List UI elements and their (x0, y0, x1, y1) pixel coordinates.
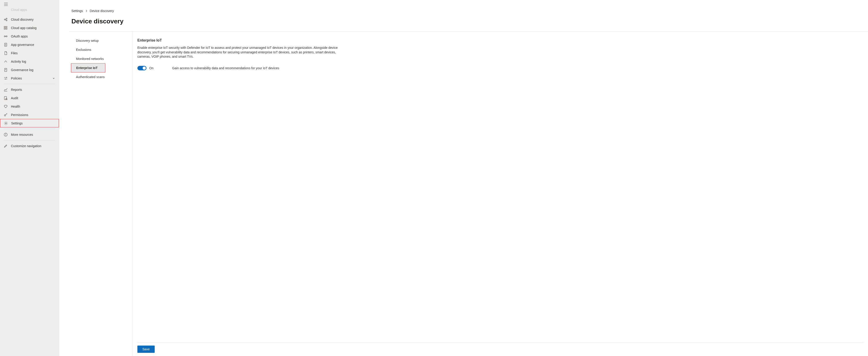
sidebar-item-cloud-apps[interactable]: Cloud apps (0, 7, 59, 15)
sidebar-item-label: Cloud apps (11, 8, 55, 11)
governance-log-icon (4, 68, 8, 72)
sidebar-item-label: Activity log (11, 60, 55, 63)
svg-rect-11 (6, 28, 7, 29)
subnav-item-label: Authenticated scans (76, 75, 105, 79)
activity-icon (4, 60, 8, 64)
nav-divider (4, 84, 55, 84)
sidebar-item-label: Reports (11, 88, 55, 92)
subnav-item-monitored-networks[interactable]: Monitored networks (69, 54, 133, 63)
cloud-discovery-icon (4, 17, 8, 22)
svg-rect-8 (4, 26, 5, 28)
subnav-item-exclusions[interactable]: Exclusions (69, 45, 133, 54)
sidebar-item-more-resources[interactable]: More resources (0, 130, 59, 139)
sidebar-item-label: Policies (11, 76, 49, 80)
sidebar-item-label: OAuth apps (11, 35, 55, 38)
toggle-row: On Gain access to vulnerability data and… (137, 66, 863, 70)
sidebar-item-label: Permissions (11, 113, 55, 117)
subnav-item-authenticated-scans[interactable]: Authenticated scans (69, 72, 133, 81)
subnav-item-label: Enterprise IoT (76, 66, 98, 70)
sidebar-item-customize-navigation[interactable]: Customize navigation (0, 142, 59, 150)
detail-panel: Enterprise IoT Enable enterprise IoT sec… (133, 32, 868, 356)
sidebar-item-label: App governance (11, 43, 55, 46)
sidebar-item-label: Cloud app catalog (11, 26, 55, 30)
subnav-item-label: Discovery setup (76, 39, 99, 42)
sidebar-item-label: Health (11, 105, 55, 108)
health-icon (4, 104, 8, 109)
svg-point-5 (6, 20, 7, 21)
svg-rect-9 (6, 26, 7, 28)
sidebar-item-health[interactable]: Health (0, 102, 59, 111)
sidebar-item-label: Files (11, 51, 55, 55)
sidebar-item-policies[interactable]: Policies (0, 74, 59, 82)
svg-point-4 (6, 18, 7, 19)
subnav-item-label: Monitored networks (76, 57, 104, 61)
detail-description: Enable enterprise IoT security with Defe… (137, 46, 349, 59)
sidebar-item-label: Cloud discovery (11, 18, 55, 21)
sidebar-item-files[interactable]: Files (0, 49, 59, 57)
svg-point-12 (4, 36, 5, 37)
svg-point-31 (4, 115, 6, 116)
sidebar-item-reports[interactable]: Reports (0, 85, 59, 94)
app-catalog-icon (4, 26, 8, 30)
nav-divider (4, 140, 55, 140)
sidebar-item-settings[interactable]: Settings (0, 119, 59, 128)
info-icon (4, 133, 8, 137)
svg-point-13 (6, 36, 7, 37)
enterprise-iot-toggle[interactable] (137, 66, 147, 70)
sidebar-item-permissions[interactable]: Permissions (0, 111, 59, 119)
sidebar-item-oauth-apps[interactable]: OAuth apps (0, 32, 59, 40)
sidebar-item-cloud-app-catalog[interactable]: Cloud app catalog (0, 24, 59, 32)
hamburger-button[interactable] (0, 1, 59, 7)
sidebar-item-governance-log[interactable]: Governance log (0, 66, 59, 74)
subnav-item-discovery-setup[interactable]: Discovery setup (69, 36, 133, 45)
edit-icon (4, 144, 8, 148)
sidebar-item-label: Audit (11, 96, 55, 100)
svg-line-7 (5, 20, 6, 20)
page-title: Device discovery (59, 13, 868, 31)
svg-line-6 (5, 19, 6, 19)
subnav-item-enterprise-iot[interactable]: Enterprise IoT (71, 63, 105, 72)
sidebar-item-audit[interactable]: Audit (0, 94, 59, 102)
breadcrumb-root[interactable]: Settings (71, 9, 83, 13)
toggle-state-label: On (149, 66, 154, 70)
content-row: Discovery setup Exclusions Monitored net… (69, 32, 868, 356)
sidebar-item-label: Governance log (11, 68, 55, 72)
sidebar-item-label: Customize navigation (11, 144, 55, 148)
sidebar-item-app-governance[interactable]: App governance (0, 40, 59, 49)
save-button[interactable]: Save (137, 346, 155, 353)
svg-rect-10 (4, 28, 5, 29)
sidebar-item-label: More resources (11, 133, 55, 137)
detail-title: Enterprise IoT (137, 38, 863, 42)
permissions-icon (4, 113, 8, 117)
breadcrumb-current: Device discovery (90, 9, 114, 13)
cloud-apps-icon (4, 9, 8, 13)
subnav-item-label: Exclusions (76, 48, 91, 51)
footer-bar: Save (137, 343, 863, 356)
reports-icon (4, 87, 8, 92)
oauth-icon (4, 34, 8, 38)
sidebar: Cloud apps Cloud discovery Cloud app cat… (0, 0, 59, 356)
chevron-right-icon (85, 10, 88, 12)
breadcrumb: Settings Device discovery (59, 0, 868, 13)
svg-point-37 (6, 134, 6, 134)
svg-point-25 (5, 78, 6, 79)
audit-icon (4, 96, 8, 100)
toggle-hint: Gain access to vulnerability data and re… (172, 66, 279, 70)
policies-icon (4, 76, 8, 80)
svg-line-33 (7, 114, 7, 114)
sidebar-item-cloud-discovery[interactable]: Cloud discovery (0, 15, 59, 24)
main: Settings Device discovery Device discove… (59, 0, 868, 356)
svg-point-34 (5, 122, 7, 124)
svg-point-3 (4, 19, 5, 20)
subnav: Discovery setup Exclusions Monitored net… (69, 32, 133, 356)
svg-line-30 (7, 100, 7, 100)
sidebar-item-label: Settings (11, 121, 55, 125)
chevron-down-icon (52, 77, 55, 80)
governance-icon (4, 43, 8, 47)
toggle-knob (143, 67, 146, 70)
settings-icon (4, 121, 8, 125)
svg-rect-28 (4, 97, 7, 100)
files-icon (4, 51, 8, 55)
sidebar-item-activity-log[interactable]: Activity log (0, 57, 59, 66)
svg-point-23 (6, 77, 7, 78)
